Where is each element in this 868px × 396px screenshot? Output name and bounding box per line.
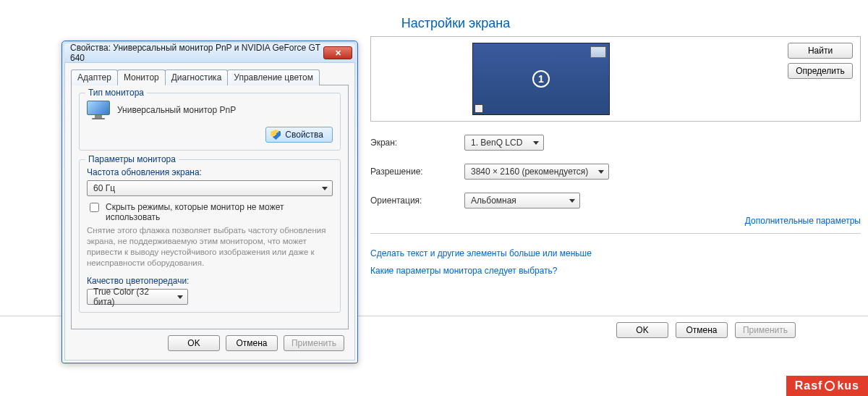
- monitor-preview[interactable]: 1: [472, 43, 610, 115]
- monitor-type-legend: Тип монитора: [85, 88, 147, 98]
- separator: [370, 233, 861, 234]
- aperture-icon: [825, 381, 835, 391]
- identify-button[interactable]: Определить: [788, 63, 853, 79]
- preview-tray-icon: [475, 104, 483, 113]
- tab-panel-monitor: Тип монитора Универсальный монитор PnP С…: [71, 85, 349, 329]
- monitor-properties-button[interactable]: Свойства: [265, 127, 333, 143]
- tab-color-management[interactable]: Управление цветом: [227, 69, 320, 85]
- main-panel: 1 Найти Определить Экран: 1. BenQ LCD Ра…: [370, 36, 861, 276]
- refresh-rate-label: Частота обновления экрана:: [87, 167, 202, 177]
- cancel-button[interactable]: Отмена: [676, 322, 728, 338]
- preview-window-icon: [590, 46, 606, 58]
- watermark-b: kus: [837, 379, 859, 392]
- color-quality-value: True Color (32 бита): [93, 287, 171, 307]
- watermark-a: Rasf: [795, 379, 823, 392]
- resolution-value: 3840 × 2160 (рекомендуется): [471, 167, 588, 177]
- dialog-apply-button[interactable]: Применить: [284, 335, 344, 351]
- color-quality-dropdown[interactable]: True Color (32 бита): [87, 289, 188, 305]
- monitor-params-group: Параметры монитора Частота обновления эк…: [79, 159, 341, 313]
- which-params-link[interactable]: Какие параметры монитора следует выбрать…: [370, 266, 558, 276]
- screen-label: Экран:: [370, 138, 464, 148]
- screen-row: Экран: 1. BenQ LCD: [370, 135, 861, 151]
- monitor-icon-row: Универсальный монитор PnP: [87, 101, 333, 119]
- hide-modes-checkbox[interactable]: [90, 203, 99, 212]
- ok-button[interactable]: OK: [616, 322, 668, 338]
- watermark: Rasfkus: [786, 376, 868, 396]
- monitor-type-group: Тип монитора Универсальный монитор PnP С…: [79, 93, 341, 151]
- monitor-number-badge: 1: [532, 70, 550, 88]
- tab-adapter[interactable]: Адаптер: [71, 69, 118, 85]
- monitor-params-legend: Параметры монитора: [85, 154, 179, 164]
- dialog-cancel-button[interactable]: Отмена: [226, 335, 278, 351]
- find-button[interactable]: Найти: [788, 43, 853, 59]
- bottom-buttons: OK Отмена Применить: [616, 322, 796, 338]
- resolution-dropdown[interactable]: 3840 × 2160 (рекомендуется): [464, 164, 609, 180]
- hide-modes-hint: Снятие этого флажка позволяет выбрать ча…: [87, 225, 333, 269]
- monitor-type-name: Универсальный монитор PnP: [117, 105, 236, 115]
- preview-row: 1 Найти Определить: [370, 36, 861, 122]
- tab-diagnostics[interactable]: Диагностика: [165, 69, 229, 85]
- orientation-row: Ориентация: Альбомная: [370, 193, 861, 208]
- page-title: Настройки экрана: [43, 0, 868, 31]
- orientation-dropdown[interactable]: Альбомная: [464, 193, 580, 208]
- tab-monitor[interactable]: Монитор: [117, 69, 166, 85]
- dialog-ok-button[interactable]: OK: [168, 335, 220, 351]
- apply-button[interactable]: Применить: [735, 322, 796, 338]
- refresh-rate-dropdown[interactable]: 60 Гц: [87, 180, 333, 196]
- textsize-link[interactable]: Сделать текст и другие элементы больше и…: [370, 248, 592, 258]
- refresh-rate-value: 60 Гц: [93, 183, 115, 193]
- hide-modes-label: Скрыть режимы, которые монитор не может …: [106, 202, 333, 222]
- dialog-titlebar[interactable]: Свойства: Универсальный монитор PnP и NV…: [64, 43, 355, 62]
- monitor-icon: [87, 101, 110, 119]
- side-buttons: Найти Определить: [788, 43, 853, 115]
- close-icon[interactable]: ✕: [323, 46, 352, 59]
- orientation-value: Альбомная: [471, 195, 516, 206]
- resolution-row: Разрешение: 3840 × 2160 (рекомендуется): [370, 164, 861, 180]
- dialog-body: Адаптер Монитор Диагностика Управление ц…: [64, 62, 355, 361]
- dialog-title: Свойства: Универсальный монитор PnP и NV…: [70, 43, 323, 63]
- screen-value: 1. BenQ LCD: [471, 138, 522, 148]
- screen-dropdown[interactable]: 1. BenQ LCD: [464, 135, 544, 151]
- properties-dialog: Свойства: Универсальный монитор PnP и NV…: [61, 41, 358, 363]
- orientation-label: Ориентация:: [370, 195, 464, 206]
- extra-params-link[interactable]: Дополнительные параметры: [745, 216, 861, 226]
- links-block: Сделать текст и другие элементы больше и…: [370, 248, 861, 276]
- tab-strip: Адаптер Монитор Диагностика Управление ц…: [71, 69, 349, 85]
- hide-modes-row[interactable]: Скрыть режимы, которые монитор не может …: [87, 202, 333, 222]
- dialog-buttons: OK Отмена Применить: [71, 329, 349, 354]
- resolution-label: Разрешение:: [370, 167, 464, 177]
- color-quality-label: Качество цветопередачи:: [87, 276, 333, 286]
